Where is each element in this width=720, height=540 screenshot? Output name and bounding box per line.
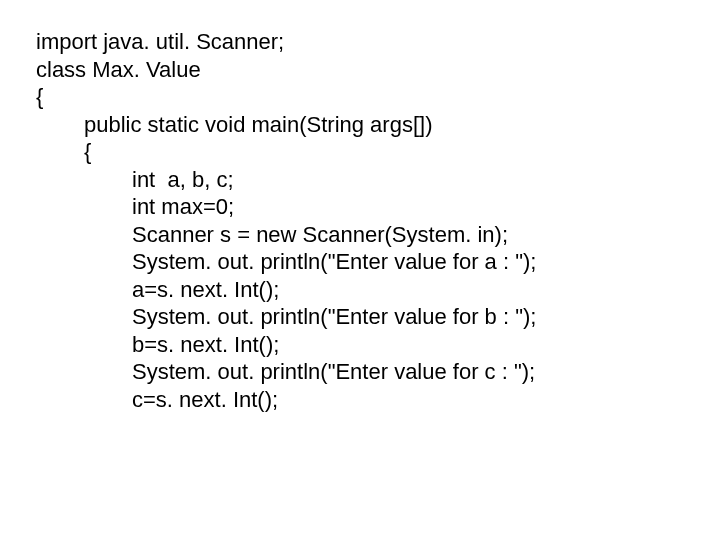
code-line-2: class Max. Value <box>36 56 720 84</box>
code-line-5: { <box>36 138 720 166</box>
code-line-12: b=s. next. Int(); <box>36 331 720 359</box>
code-line-1: import java. util. Scanner; <box>36 28 720 56</box>
code-line-8: Scanner s = new Scanner(System. in); <box>36 221 720 249</box>
code-line-10: a=s. next. Int(); <box>36 276 720 304</box>
code-line-13: System. out. println("Enter value for c … <box>36 358 720 386</box>
code-line-14: c=s. next. Int(); <box>36 386 720 414</box>
code-line-4: public static void main(String args[]) <box>36 111 720 139</box>
code-line-6: int a, b, c; <box>36 166 720 194</box>
code-slide: import java. util. Scanner; class Max. V… <box>0 0 720 413</box>
code-line-3: { <box>36 83 720 111</box>
code-line-9: System. out. println("Enter value for a … <box>36 248 720 276</box>
code-line-11: System. out. println("Enter value for b … <box>36 303 720 331</box>
code-line-7: int max=0; <box>36 193 720 221</box>
